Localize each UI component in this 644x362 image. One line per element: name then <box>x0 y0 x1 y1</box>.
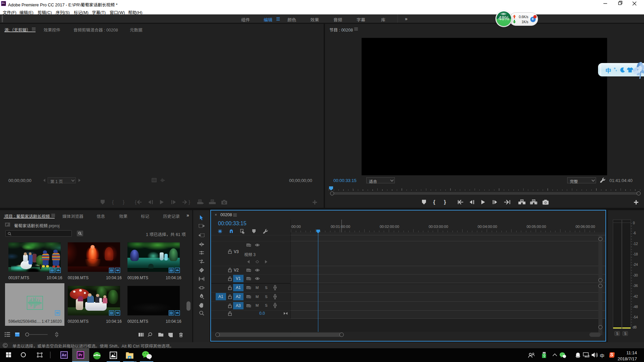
svg-text:}: } <box>444 199 446 205</box>
svg-text:{: { <box>433 199 435 205</box>
svg-text:{: { <box>135 199 137 205</box>
svg-text:{: { <box>112 199 114 205</box>
svg-text:}: } <box>189 199 190 205</box>
svg-text:}: } <box>123 199 124 205</box>
